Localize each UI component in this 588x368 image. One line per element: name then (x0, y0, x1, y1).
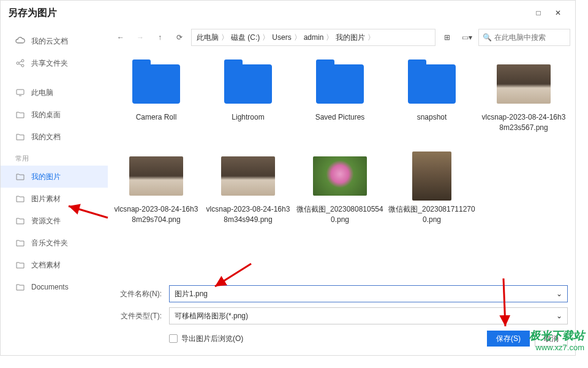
folder-item[interactable]: Saved Pictures (294, 56, 386, 148)
file-label: Lightroom (232, 112, 264, 123)
search-icon: 🔍 (483, 33, 492, 42)
file-label: vlcsnap-2023-08-24-16h38m29s704.png (113, 204, 200, 225)
folder-icon (15, 194, 25, 204)
folder-item[interactable]: snapshot (386, 56, 478, 148)
filetype-value: 可移植网络图形(*.png) (175, 311, 248, 321)
sidebar-section-frequent: 常用 (1, 148, 108, 166)
folder-icon (15, 216, 25, 226)
sidebar-item[interactable]: Documents (1, 276, 108, 298)
chevron-right-icon: 〉 (294, 33, 301, 43)
svg-point-0 (17, 62, 19, 64)
breadcrumb-item[interactable]: 磁盘 (C:) (231, 33, 260, 43)
filename-dropdown-icon[interactable]: ⌄ (556, 289, 562, 298)
filetype-dropdown-icon[interactable]: ⌄ (556, 312, 562, 320)
image-item[interactable]: 微信截图_20230808105540.png (294, 148, 386, 240)
file-label: Saved Pictures (315, 112, 365, 123)
image-item[interactable]: vlcsnap-2023-08-24-16h38m29s704.png (110, 148, 202, 240)
view-mode-icon[interactable]: ▭▾ (459, 29, 475, 45)
nav-forward-button[interactable]: → (132, 29, 148, 45)
image-thumbnail (129, 156, 183, 196)
sidebar-item-label: 文档素材 (31, 260, 61, 270)
filetype-select[interactable]: 可移植网络图形(*.png) ⌄ (169, 307, 568, 324)
sidebar-item[interactable]: 共享文件夹 (1, 52, 108, 74)
breadcrumb-item[interactable]: 我的图片 (336, 33, 365, 43)
cloud-icon (15, 36, 25, 46)
sidebar-item[interactable]: 我的云文档 (1, 30, 108, 52)
chevron-right-icon: 〉 (368, 33, 375, 43)
svg-line-4 (19, 64, 21, 65)
file-label: 微信截图_20230817112700.png (388, 204, 475, 225)
sidebar-item-label: 此电脑 (31, 88, 53, 98)
file-label: 微信截图_20230808105540.png (296, 204, 383, 225)
svg-point-2 (21, 64, 24, 67)
image-item[interactable]: 微信截图_20230817112700.png (386, 148, 478, 240)
sidebar-item-label: 我的桌面 (31, 110, 61, 120)
image-thumbnail (221, 156, 275, 196)
window-restore-button[interactable]: □ (529, 4, 548, 21)
filename-value: 图片1.png (175, 289, 208, 299)
new-folder-icon[interactable]: ⊞ (439, 29, 455, 45)
watermark: 极光下载站 www.xz7.com (529, 328, 584, 352)
file-grid: Camera RollLightroomSaved Picturessnapsh… (108, 50, 575, 280)
folder-icon (316, 64, 364, 104)
nav-up-button[interactable]: ↑ (152, 29, 168, 45)
search-box[interactable]: 🔍 (478, 29, 570, 46)
folder-icon (132, 64, 180, 104)
folder-icon (15, 260, 25, 270)
sidebar-item[interactable]: 我的图片 (1, 166, 108, 188)
file-label: Camera Roll (136, 112, 177, 123)
image-thumbnail (412, 151, 451, 201)
folder-item[interactable]: Lightroom (202, 56, 294, 148)
image-thumbnail (497, 64, 551, 104)
folder-icon (15, 132, 25, 142)
sidebar-item[interactable]: 我的文档 (1, 126, 108, 148)
breadcrumb[interactable]: 此电脑〉磁盘 (C:)〉Users〉admin〉我的图片〉 (191, 29, 435, 46)
window-close-button[interactable]: ✕ (548, 4, 568, 21)
search-input[interactable] (494, 33, 566, 42)
monitor-icon (15, 88, 25, 98)
sidebar-item-label: 资源文件 (31, 216, 61, 226)
breadcrumb-item[interactable]: Users (272, 33, 291, 42)
filetype-label: 文件类型(T): (108, 311, 162, 321)
folder-icon (15, 172, 25, 182)
nav-refresh-button[interactable]: ⟳ (172, 29, 187, 45)
sidebar-item[interactable]: 我的桌面 (1, 104, 108, 126)
sidebar-item-label: 共享文件夹 (31, 58, 68, 69)
sidebar-item[interactable]: 文档素材 (1, 254, 108, 276)
sidebar: 我的云文档共享文件夹 此电脑我的桌面我的文档 常用 我的图片图片素材资源文件音乐… (1, 25, 108, 355)
folder-icon (15, 282, 25, 292)
folder-icon (15, 110, 25, 120)
sidebar-item-label: 音乐文件夹 (31, 238, 68, 248)
filename-input[interactable]: 图片1.png ⌄ (169, 285, 568, 302)
sidebar-item[interactable]: 图片素材 (1, 188, 108, 210)
export-browse-label: 导出图片后浏览(O) (181, 334, 243, 344)
filename-label: 文件名称(N): (108, 289, 162, 299)
folder-item[interactable]: Camera Roll (110, 56, 202, 148)
file-label: snapshot (417, 112, 447, 123)
breadcrumb-item[interactable]: admin (304, 33, 324, 42)
chevron-right-icon: 〉 (326, 33, 333, 43)
sidebar-item[interactable]: 资源文件 (1, 210, 108, 232)
breadcrumb-item[interactable]: 此电脑 (197, 33, 219, 43)
image-item[interactable]: vlcsnap-2023-08-24-16h38m34s949.png (202, 148, 294, 240)
sidebar-item[interactable]: 音乐文件夹 (1, 232, 108, 254)
export-browse-checkbox[interactable] (169, 334, 178, 343)
dialog-title: 另存为图片 (8, 7, 529, 20)
folder-icon (15, 238, 25, 248)
svg-line-3 (19, 61, 21, 63)
sidebar-item-label: 我的云文档 (31, 36, 68, 47)
sidebar-item-label: Documents (31, 283, 69, 291)
folder-icon (408, 64, 456, 104)
share-icon (15, 58, 25, 68)
save-button[interactable]: 保存(S) (487, 331, 530, 347)
file-label: vlcsnap-2023-08-24-16h38m34s949.png (205, 204, 292, 225)
nav-back-button[interactable]: ← (113, 29, 129, 45)
sidebar-item-label: 我的文档 (31, 132, 61, 142)
svg-point-1 (21, 59, 24, 62)
image-item[interactable]: vlcsnap-2023-08-24-16h38m23s567.png (478, 56, 570, 148)
svg-rect-5 (17, 90, 24, 94)
chevron-right-icon: 〉 (221, 33, 228, 43)
folder-icon (224, 64, 272, 104)
chevron-right-icon: 〉 (262, 33, 270, 43)
sidebar-item[interactable]: 此电脑 (1, 82, 108, 104)
